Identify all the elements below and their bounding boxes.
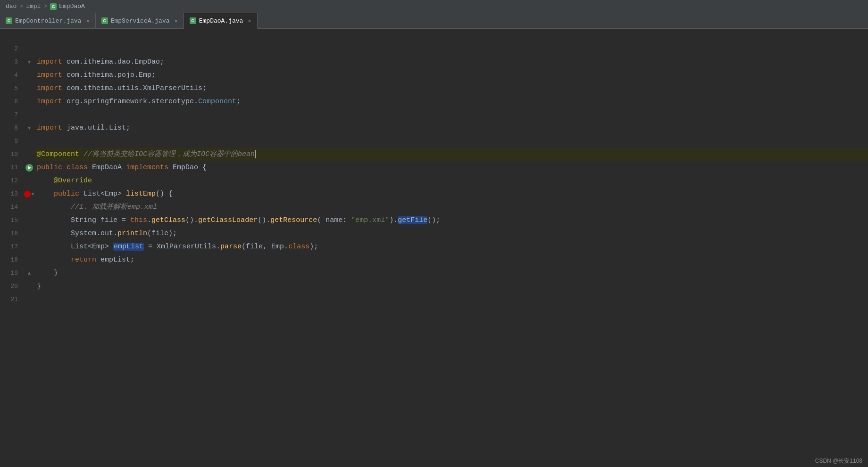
line-1 <box>0 29 868 42</box>
tab-controller-label: EmpController.java <box>15 17 81 25</box>
line-16: 16 System.out.println(file); <box>0 227 868 240</box>
tab-bar: C EmpController.java ✕ C EmpServiceA.jav… <box>0 13 868 29</box>
tab-controller-close[interactable]: ✕ <box>86 17 89 25</box>
fold-icon-8[interactable]: ▼ <box>28 122 31 135</box>
line-18: 18 return empList; <box>0 254 868 267</box>
tab-dao-icon: C <box>190 17 196 24</box>
line-9: 9 <box>0 135 868 148</box>
code-lines: 2 3 ▼ import com.itheima.dao.EmpDao; 4 i… <box>0 29 868 306</box>
line-6: 6 import org.springframework.stereotype.… <box>0 95 868 108</box>
line-12: 12 @Override <box>0 174 868 188</box>
line-10: 10 @Component //将当前类交给IOC容器管理，成为IOC容器中的b… <box>0 148 868 161</box>
line-4: 4 import com.itheima.pojo.Emp; <box>0 69 868 82</box>
tab-controller-icon: C <box>6 17 12 24</box>
tab-service-label: EmpServiceA.java <box>111 17 170 25</box>
line-2: 2 <box>0 42 868 56</box>
fold-icon-13[interactable]: ▼ <box>31 188 34 201</box>
tab-dao-label: EmpDaoA.java <box>199 17 243 25</box>
tab-service-icon: C <box>101 17 108 24</box>
line-5: 5 import com.itheima.utils.XmlParserUtil… <box>0 82 868 95</box>
run-gutter-icon-11[interactable] <box>25 164 33 172</box>
fold-icon-3[interactable]: ▼ <box>28 56 31 69</box>
breadcrumb: dao > impl > C EmpDaoA <box>0 0 868 13</box>
breakpoint-icon-13[interactable] <box>24 191 31 197</box>
line-8: 8 ▼ import java.util.List; <box>0 122 868 135</box>
breadcrumb-part-dao[interactable]: dao <box>6 3 17 10</box>
footer-label: CSDN @长安1108 <box>815 458 862 464</box>
footer: CSDN @长安1108 <box>810 455 868 467</box>
breadcrumb-part-empdaoa[interactable]: EmpDaoA <box>59 3 85 10</box>
line-20: 20 } <box>0 280 868 293</box>
line-3: 3 ▼ import com.itheima.dao.EmpDao; <box>0 56 868 69</box>
line-7: 7 <box>0 108 868 122</box>
line-11: 11 public class EmpDaoA implements EmpDa… <box>0 161 868 174</box>
fold-icon-19[interactable]: ▲ <box>28 267 31 280</box>
line-19: 19 ▲ } <box>0 267 868 280</box>
line-13: 13 ▼ public List<Emp> listEmp() { <box>0 188 868 201</box>
class-icon: C <box>50 3 57 10</box>
code-editor[interactable]: 2 3 ▼ import com.itheima.dao.EmpDao; 4 i… <box>0 29 868 467</box>
tab-empcontroller[interactable]: C EmpController.java ✕ <box>0 13 96 28</box>
tab-dao-close[interactable]: ✕ <box>248 17 251 25</box>
line-17: 17 List<Emp> empList = XmlParserUtils.pa… <box>0 240 868 254</box>
tab-service-close[interactable]: ✕ <box>175 17 178 25</box>
line-14: 14 //1. 加载并解析emp.xml <box>0 201 868 214</box>
line-21: 21 <box>0 293 868 306</box>
tab-empservicea[interactable]: C EmpServiceA.java ✕ <box>96 13 184 28</box>
breadcrumb-part-impl[interactable]: impl <box>26 3 41 10</box>
line-15: 15 String file = this.getClass().getClas… <box>0 214 868 227</box>
tab-empdaoa[interactable]: C EmpDaoA.java ✕ <box>184 13 258 29</box>
